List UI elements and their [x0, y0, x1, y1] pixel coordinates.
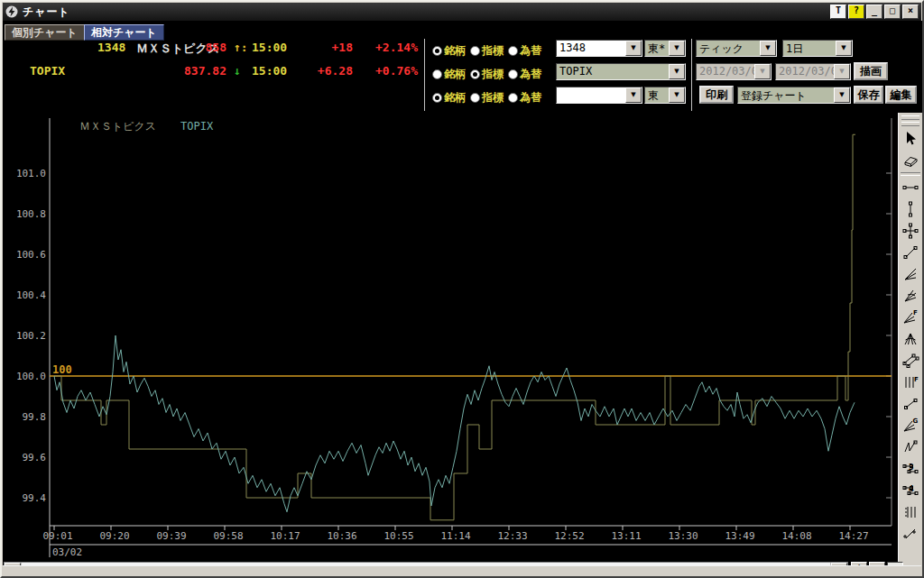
combo-value: 1348	[557, 41, 625, 56]
tool-fibonacci-fan-icon[interactable]: F	[901, 307, 921, 328]
tool-gann-fan-icon[interactable]	[901, 328, 921, 350]
x-tick-label: 09:58	[213, 530, 243, 542]
radio-icon[interactable]	[508, 46, 518, 56]
chevron-down-icon[interactable]: ▼	[669, 64, 685, 79]
tab-individual-chart[interactable]: 個別チャート	[5, 24, 85, 41]
chevron-down-icon[interactable]: ▼	[836, 41, 852, 56]
titlebar[interactable]: チャート T ? _ □ ×	[3, 3, 921, 21]
radio-label: 為替	[520, 67, 541, 82]
radio-label: 為替	[520, 90, 541, 106]
text-tool-button[interactable]: T	[830, 5, 846, 19]
exchange-combo-3[interactable]: 東▼	[644, 87, 686, 104]
tool-freehand-lines-icon[interactable]	[901, 523, 921, 545]
radio-forex[interactable]: 為替	[508, 90, 541, 106]
chevron-down-icon[interactable]: ▼	[625, 41, 642, 56]
symbol-combo-1[interactable]: 1348▼	[556, 40, 642, 57]
radio-icon[interactable]	[508, 93, 518, 103]
tool-four-point-line-icon[interactable]: 4	[901, 480, 921, 501]
tool-select-icon[interactable]	[901, 128, 921, 150]
quote-code: TOPIX	[30, 64, 65, 78]
tab-relative-chart[interactable]: 相対チャート	[84, 24, 164, 41]
date-label: 03/02	[52, 546, 82, 558]
tool-fibonacci-timezone-icon[interactable]: F	[901, 372, 921, 393]
radio-icon[interactable]	[470, 46, 480, 56]
radio-symbol[interactable]: 銘柄	[432, 43, 466, 59]
maximize-button[interactable]: □	[884, 5, 901, 19]
chevron-down-icon[interactable]: ▼	[669, 41, 685, 56]
x-tick-label: 13:30	[668, 530, 698, 542]
combo-value: 2012/03/03	[697, 64, 754, 79]
radio-icon[interactable]	[432, 69, 442, 79]
tool-vertical-line-icon[interactable]	[901, 198, 921, 220]
tool-trend-line-icon[interactable]	[901, 242, 921, 263]
radio-group-1: 銘柄 指標 為替	[432, 43, 557, 59]
save-button[interactable]: 保存	[854, 86, 883, 104]
radio-index[interactable]: 指標	[470, 43, 504, 59]
quote-time: 15:00	[252, 41, 287, 54]
combo-value: 登録チャート	[738, 87, 834, 103]
radio-forex[interactable]: 為替	[508, 43, 541, 59]
close-button[interactable]: ×	[902, 5, 919, 19]
y-tick-label: 100.0	[16, 371, 46, 382]
x-tick-label: 10:55	[383, 530, 413, 542]
tool-trend-segment-icon[interactable]	[901, 393, 921, 415]
toolbar-grip[interactable]	[901, 122, 919, 126]
radio-label: 銘柄	[444, 67, 466, 82]
combo-value: ティック	[697, 41, 760, 56]
radio-symbol[interactable]: 銘柄	[432, 90, 466, 106]
toolbar-grip[interactable]	[901, 115, 919, 120]
radio-forex[interactable]: 為替	[508, 67, 541, 82]
radio-index[interactable]: 指標	[470, 90, 504, 106]
quote-time: 15:00	[252, 64, 287, 78]
registered-chart-combo[interactable]: 登録チャート▼	[737, 87, 851, 104]
radio-icon[interactable]	[432, 46, 442, 56]
chevron-down-icon[interactable]: ▼	[625, 87, 642, 103]
toolbar-separator	[901, 172, 920, 176]
radio-icon[interactable]	[432, 93, 442, 103]
radio-icon[interactable]	[470, 69, 480, 79]
radio-icon[interactable]	[470, 93, 480, 103]
x-tick-label: 12:52	[554, 530, 584, 542]
chart-canvas[interactable]: 101.0100.8100.6100.4100.2100.099.899.699…	[4, 113, 895, 561]
tool-speed-lines-icon[interactable]	[901, 263, 921, 285]
drawing-toolbar: FFG34	[898, 113, 922, 565]
symbol-combo-3[interactable]: ▼	[556, 87, 642, 104]
exchange-combo-1[interactable]: 東*▼	[644, 40, 686, 57]
minimize-button[interactable]: _	[866, 5, 882, 19]
help-button[interactable]: ?	[848, 5, 864, 19]
tool-cross-line-icon[interactable]	[901, 220, 921, 242]
tool-pitchfork-icon[interactable]	[901, 436, 921, 458]
combo-value: 東	[645, 87, 669, 103]
x-tick-label: 14:27	[838, 530, 868, 542]
draw-button[interactable]: 描画	[854, 62, 888, 80]
quote-price: 858	[154, 41, 226, 54]
span-combo[interactable]: 1日▼	[782, 40, 853, 57]
edit-button[interactable]: 編集	[885, 86, 917, 104]
radio-symbol[interactable]: 銘柄	[432, 67, 466, 82]
print-button[interactable]: 印刷	[699, 86, 734, 104]
tool-parallel-lines-icon[interactable]	[901, 350, 921, 372]
chevron-down-icon[interactable]: ▼	[834, 87, 850, 103]
y-tick-label: 100.6	[16, 249, 46, 261]
svg-text:G: G	[913, 417, 919, 425]
tool-three-point-line-icon[interactable]: 3	[901, 458, 921, 480]
radio-index[interactable]: 指標	[470, 67, 504, 82]
series-mxs-topix	[54, 134, 855, 520]
up-arrow-icon: ↑:	[234, 41, 248, 54]
tool-eraser-icon[interactable]	[901, 150, 921, 171]
chevron-down-icon[interactable]: ▼	[760, 41, 776, 56]
tool-gann-line-icon[interactable]: G	[901, 415, 921, 436]
tool-vertical-lines-icon[interactable]	[901, 501, 921, 523]
symbol-combo-2[interactable]: TOPIX▼	[556, 63, 686, 80]
interval-combo[interactable]: ティック▼	[696, 40, 777, 57]
chart-window: チャート T ? _ □ × 個別チャート 相対チャート 1348 ＭＸＳトピク…	[0, 0, 924, 578]
chevron-down-icon[interactable]: ▼	[669, 87, 685, 103]
chart-plot-area[interactable]: 101.0100.8100.6100.4100.2100.099.899.699…	[4, 113, 895, 561]
tool-horizontal-line-icon[interactable]	[901, 177, 921, 198]
radio-icon[interactable]	[508, 69, 518, 79]
y-tick-label: 100.4	[16, 289, 46, 301]
tool-fan-lines-icon[interactable]	[901, 285, 921, 307]
x-tick-label: 09:39	[156, 530, 186, 542]
combo-value: 1日	[783, 41, 836, 56]
radio-label: 銘柄	[444, 90, 466, 106]
